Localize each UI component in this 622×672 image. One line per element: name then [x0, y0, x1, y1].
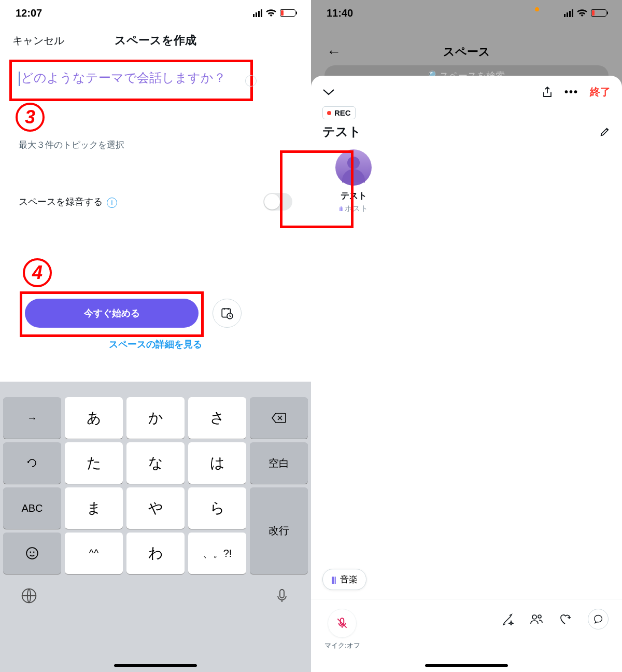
emoji-icon: [25, 547, 39, 560]
key-wa[interactable]: わ: [126, 533, 185, 574]
people-button[interactable]: [530, 613, 543, 625]
react-button[interactable]: [559, 613, 572, 625]
start-now-button[interactable]: 今すぐ始める: [25, 299, 199, 328]
schedule-button[interactable]: [213, 299, 242, 328]
bg-title: スペース: [443, 44, 490, 60]
mic-icon: [274, 587, 290, 604]
collapse-chevron[interactable]: [322, 89, 335, 96]
record-label: スペースを録音するi: [19, 195, 117, 208]
cellular-icon: [253, 9, 262, 17]
header-title: スペースを作成: [115, 33, 196, 48]
edit-title-button[interactable]: [599, 126, 611, 137]
mic-status-label: マイク:オフ: [324, 641, 360, 650]
key-ra[interactable]: ら: [188, 487, 246, 529]
annotation-4: 4: [23, 258, 52, 287]
highlight-participant: [280, 150, 354, 228]
share-icon: [542, 86, 553, 99]
key-ka[interactable]: か: [126, 397, 185, 439]
status-bar-right: 11:40: [311, 0, 622, 26]
svg-point-2: [26, 548, 38, 559]
battery-icon: [280, 9, 295, 17]
chevron-down-icon: [322, 89, 335, 96]
chat-icon: [593, 614, 603, 624]
key-abc[interactable]: ABC: [3, 487, 61, 529]
svg-point-3: [30, 552, 31, 553]
pencil-icon: [599, 126, 611, 137]
mic-toggle-button[interactable]: [328, 609, 357, 638]
cancel-button[interactable]: キャンセル: [12, 34, 64, 48]
theme-placeholder: どのようなテーマで会話しますか？: [21, 71, 226, 85]
rec-dot-icon: [327, 111, 331, 115]
people-icon: [530, 613, 543, 625]
music-label: 音楽: [340, 573, 358, 585]
rec-label: REC: [334, 108, 351, 117]
key-emoji[interactable]: [3, 533, 61, 574]
bg-header: ← スペース: [311, 36, 622, 67]
chat-button[interactable]: [588, 609, 609, 629]
status-icons: [253, 9, 295, 17]
key-a[interactable]: あ: [65, 397, 123, 439]
space-title: テスト: [322, 123, 361, 140]
theme-input[interactable]: どのようなテーマで会話しますか？: [19, 69, 226, 86]
key-return[interactable]: 改行: [250, 487, 308, 574]
effects-button[interactable]: [502, 613, 514, 625]
record-row: スペースを録音するi: [19, 193, 292, 211]
recording-indicator-dot: [535, 7, 539, 11]
key-undo[interactable]: [3, 442, 61, 484]
right-pane: 11:40 ← スペース 🔍 スペースを検索 ••• 終了 REC テスト: [311, 0, 622, 672]
clear-icon[interactable]: [245, 75, 257, 87]
left-pane: 12:07 キャンセル スペースを作成 どのようなテーマで会話しますか？ 3 最…: [0, 0, 311, 672]
mic-off-icon: [335, 617, 349, 630]
key-space[interactable]: 空白: [250, 442, 308, 484]
more-button[interactable]: •••: [564, 86, 578, 98]
space-toolbar: マイク:オフ: [311, 599, 622, 672]
svg-point-8: [532, 615, 536, 619]
share-button[interactable]: [542, 86, 553, 99]
rec-badge: REC: [322, 106, 356, 119]
create-space-header: キャンセル スペースを作成: [0, 26, 311, 55]
key-sa[interactable]: さ: [188, 397, 246, 439]
sparkle-icon: [502, 613, 514, 625]
key-punct[interactable]: 、。?!: [188, 533, 246, 574]
music-bars-icon: |||: [331, 576, 336, 584]
key-ta[interactable]: た: [65, 442, 123, 484]
key-ma[interactable]: ま: [65, 487, 123, 529]
topic-select-label[interactable]: 最大３件のトピックを選択: [19, 139, 124, 151]
key-next[interactable]: →: [3, 397, 61, 439]
undo-icon: [26, 457, 38, 469]
globe-icon: [21, 587, 37, 604]
end-button[interactable]: 終了: [590, 85, 611, 99]
battery-icon: [591, 9, 606, 17]
status-time: 12:07: [16, 7, 42, 19]
heart-plus-icon: [559, 613, 572, 625]
svg-point-9: [538, 615, 541, 618]
key-kaomoji[interactable]: ^^: [65, 533, 123, 574]
dictation-button[interactable]: [274, 587, 290, 604]
cellular-icon: [564, 9, 573, 17]
space-detail-link[interactable]: スペースの詳細を見る: [0, 338, 311, 351]
svg-point-4: [33, 552, 35, 553]
annotation-3: 3: [16, 103, 45, 132]
status-icons-right: [564, 9, 606, 17]
svg-rect-6: [280, 590, 284, 598]
globe-button[interactable]: [21, 587, 37, 604]
home-indicator-right: [425, 664, 508, 667]
back-arrow[interactable]: ←: [327, 44, 341, 60]
music-button[interactable]: ||| 音楽: [322, 569, 366, 590]
home-indicator: [114, 664, 197, 667]
status-time-right: 11:40: [327, 7, 353, 19]
space-sheet: ••• 終了 REC テスト テスト ılıホスト ||| 音楽 マイク:オフ: [311, 76, 622, 672]
info-icon[interactable]: i: [107, 198, 117, 208]
key-na[interactable]: な: [126, 442, 185, 484]
keyboard: → あ か さ た な は 空白 ABC ま や ら 改行 ^^ わ 、。?!: [0, 361, 311, 672]
backspace-icon: [271, 412, 287, 424]
key-ya[interactable]: や: [126, 487, 185, 529]
wifi-icon: [265, 9, 277, 17]
key-ha[interactable]: は: [188, 442, 246, 484]
status-bar: 12:07: [0, 0, 311, 26]
calendar-clock-icon: [220, 306, 234, 320]
key-backspace[interactable]: [250, 397, 308, 439]
wifi-icon: [576, 9, 588, 17]
